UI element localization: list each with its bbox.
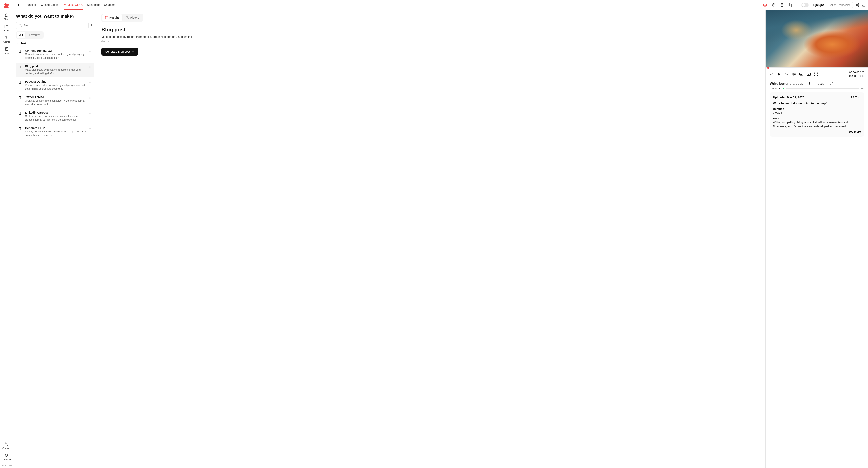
favorite-star[interactable]: ☆ <box>89 49 93 60</box>
rail-feedback[interactable]: Feedback <box>2 454 11 461</box>
rail-agents-label: Agents <box>3 41 10 43</box>
tab-closed-caption[interactable]: Closed Caption <box>41 0 60 10</box>
favorite-star[interactable]: ☆ <box>89 95 93 106</box>
template-blog-post[interactable]: T Blog post Make blog posts by researchi… <box>16 63 94 77</box>
video-panel: 00:00:00.000 00:08:15.885 Write better d… <box>766 10 868 468</box>
file-name: Write better dialogue in 8 minutes..mp4 <box>773 102 861 105</box>
rail-connect-label: Connect <box>2 447 11 449</box>
svg-point-4 <box>5 5 7 7</box>
section-text-toggle[interactable]: Text <box>16 42 94 45</box>
tags-button[interactable]: Tags <box>851 96 861 99</box>
progress-playhead[interactable] <box>767 67 769 69</box>
download-icon[interactable] <box>862 3 866 7</box>
tab-sentences[interactable]: Sentences <box>87 0 100 10</box>
generate-button[interactable]: Generate Blog post <box>101 48 138 56</box>
favorite-star[interactable]: ☆ <box>89 111 93 122</box>
video-thumbnail[interactable] <box>766 10 868 67</box>
favorite-star[interactable]: ☆ <box>89 80 93 91</box>
tab-make-with-ai[interactable]: Make with AI <box>64 0 83 10</box>
duration-value: 0:08:15 <box>773 111 861 115</box>
duration-label: Duration <box>773 107 861 111</box>
play-button[interactable] <box>777 72 781 76</box>
svg-point-18 <box>858 6 859 7</box>
segment-history[interactable]: History <box>123 14 142 21</box>
captions-button[interactable] <box>799 72 804 76</box>
svg-line-20 <box>857 5 858 6</box>
proofread-percent: 3% <box>861 87 864 90</box>
text-icon: T <box>18 65 23 75</box>
svg-point-11 <box>773 5 774 5</box>
video-title: Write better dialogue in 8 minutes..mp4 <box>766 80 868 87</box>
volume-button[interactable] <box>792 72 796 76</box>
resize-handle[interactable] <box>766 104 767 110</box>
rail-notes[interactable]: Notes <box>4 47 9 54</box>
svg-point-17 <box>856 4 857 5</box>
brief-value: Writing compelling dialogue is a vital s… <box>773 120 861 129</box>
svg-point-16 <box>858 3 859 4</box>
svg-point-12 <box>774 5 775 5</box>
sort-button[interactable] <box>90 23 94 27</box>
chevron-up-icon <box>16 42 19 45</box>
fullscreen-button[interactable] <box>814 72 818 76</box>
search-icon <box>18 24 22 27</box>
crop-icon[interactable] <box>788 3 793 7</box>
segment-results[interactable]: Results <box>102 14 122 21</box>
see-more-button[interactable]: See More <box>773 130 861 133</box>
top-bar: Transcript Closed Caption Make with AI S… <box>13 0 868 10</box>
text-icon: T <box>18 96 23 106</box>
tab-transcript[interactable]: Transcript <box>25 0 37 10</box>
transcribe-selector[interactable]: Salina Transcribe <box>827 2 853 8</box>
highlight-toggle[interactable] <box>802 3 809 7</box>
rewind-button[interactable] <box>769 72 773 76</box>
rail-files[interactable]: Files <box>4 25 9 32</box>
svg-point-5 <box>6 37 7 38</box>
version-label: v1.8.16-alpha <box>1 465 12 467</box>
back-button[interactable] <box>16 2 21 8</box>
search-input-wrapper[interactable] <box>16 22 89 29</box>
forward-button[interactable] <box>784 72 788 76</box>
tab-chapters[interactable]: Chapters <box>104 0 115 10</box>
svg-marker-27 <box>778 72 780 76</box>
note-icon[interactable] <box>780 3 784 7</box>
video-clip-icon[interactable] <box>763 3 767 7</box>
template-content-summarizer[interactable]: T Content Summarizer Generate concise su… <box>16 47 94 62</box>
template-linkedin-carousel[interactable]: T Linkedin Carousel Craft sequenced soci… <box>16 109 94 124</box>
metadata-card: Uploaded Mar 12, 2024 Tags Write better … <box>770 92 864 136</box>
template-generate-faqs[interactable]: T Generate FAQs Identify frequently aske… <box>16 124 94 139</box>
time-current: 00:00:00.000 <box>849 70 864 74</box>
proofread-progress[interactable] <box>786 88 859 89</box>
template-twitter-thread[interactable]: T Twitter Thread Organize content into a… <box>16 93 94 108</box>
text-icon: T <box>18 50 23 60</box>
text-icon: T <box>18 112 23 122</box>
search-input[interactable] <box>24 24 87 27</box>
text-icon: T <box>18 127 23 137</box>
tag-icon <box>851 96 854 99</box>
uploaded-date: Uploaded Mar 12, 2024 <box>773 96 804 99</box>
favorite-star[interactable]: ☆ <box>89 126 93 137</box>
result-panel: Results History Blog post Make blog post… <box>97 10 766 468</box>
template-panel: What do you want to make? All Favorites <box>13 10 97 468</box>
svg-point-21 <box>19 24 21 26</box>
rail-notes-label: Notes <box>4 52 9 54</box>
svg-point-10 <box>773 5 773 5</box>
filter-favorites[interactable]: Favorites <box>27 32 43 38</box>
share-icon[interactable] <box>856 3 859 7</box>
video-progress[interactable] <box>766 67 868 68</box>
rail-chats[interactable]: Chats <box>4 13 9 21</box>
svg-rect-23 <box>105 17 108 19</box>
history-icon <box>126 16 129 19</box>
filter-all[interactable]: All <box>17 32 25 38</box>
comment-icon[interactable] <box>772 3 776 7</box>
app-logo[interactable] <box>3 2 10 9</box>
favorite-star[interactable]: ☆ <box>89 65 93 75</box>
pip-button[interactable] <box>807 72 811 76</box>
rail-connect[interactable]: Connect <box>2 442 11 449</box>
time-total: 00:08:15.885 <box>849 74 864 78</box>
rail-agents[interactable]: Agents <box>3 36 10 43</box>
highlight-label: Highlight <box>811 3 824 7</box>
result-title: Blog post <box>101 27 762 33</box>
template-podcast-outline[interactable]: T Podcast Outline Produce outlines for p… <box>16 78 94 93</box>
rail-files-label: Files <box>4 29 9 32</box>
brief-label: Brief <box>773 117 861 120</box>
panel-heading: What do you want to make? <box>16 14 94 19</box>
